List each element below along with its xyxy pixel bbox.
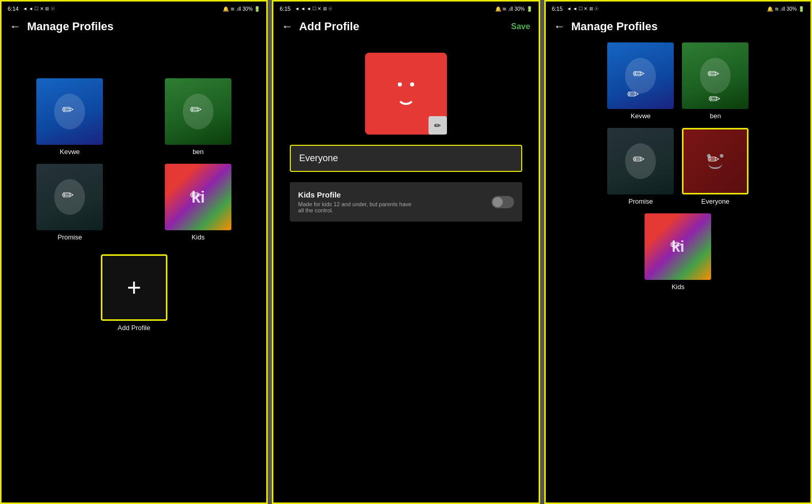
screen-content-p1: ✏ Kevwe ✏ ben — [2, 37, 266, 502]
profile-name-promise: Promise — [57, 233, 82, 241]
top-bar-p1: ← Manage Profiles — [2, 16, 266, 37]
nav-icons-p2: ◄ ◄ ◄ ☐ ✕ ⊞ ☉ — [295, 6, 333, 11]
add-profile-box[interactable]: + — [101, 254, 167, 321]
screen-title-p3: Manage Profiles — [571, 20, 802, 33]
profile-name-input[interactable] — [290, 145, 522, 172]
profile-name-kevwe: Kevwe — [60, 148, 80, 156]
profile-avatar-ben[interactable]: ✏ — [165, 78, 231, 145]
avatar-r3-kids[interactable]: ki ✏ — [645, 213, 711, 280]
avatar-r2-promise[interactable]: ✏ — [607, 128, 674, 194]
name-r2-everyone: Everyone — [701, 198, 730, 205]
avatar-r1-kevwe[interactable]: ✏ — [607, 42, 674, 109]
row3-p3: ki ✏ Kids — [645, 213, 711, 291]
status-time-left-p1: 6:14 ◄ ◄ ☐ ✕ ⊞ ☉ — [8, 6, 55, 12]
edit-r2-promise: ✏ — [607, 128, 672, 192]
smiley-eyes — [398, 82, 414, 86]
avatar-r2-everyone[interactable]: ✏ — [682, 128, 749, 194]
edit-r2-everyone: ✏ — [682, 128, 745, 191]
top-bar-p2: ← Add Profile Save — [273, 16, 538, 37]
battery-p3: 🔔 ≋ .ıll 30% 🔋 — [767, 6, 804, 12]
pencil-r2-everyone: ✏ — [708, 151, 719, 168]
separator-1 — [268, 0, 272, 504]
time-p2: 6:15 — [280, 6, 290, 12]
profile-item-ben[interactable]: ✏ ben — [138, 78, 259, 156]
pencil-icon-kids: ✏ — [190, 187, 202, 204]
panel3-absolute-layout: ✏ Kevwe ✏ ben — [546, 37, 810, 502]
kids-profile-description: Made for kids 12 and under, but parents … — [298, 201, 416, 213]
edit-overlay-promise: ✏ — [36, 164, 101, 228]
kids-profile-section: Kids Profile Made for kids 12 and under,… — [290, 182, 522, 222]
kids-profile-title: Kids Profile — [298, 190, 416, 199]
back-arrow-p3[interactable]: ← — [554, 20, 565, 33]
pencil-r1-ben: ✏ — [708, 65, 719, 82]
back-arrow-p1[interactable]: ← — [10, 20, 21, 33]
profile-item-kevwe[interactable]: ✏ Kevwe — [10, 78, 130, 156]
profile-item-r1-kevwe[interactable]: ✏ Kevwe — [607, 42, 674, 120]
separator-2 — [540, 0, 544, 504]
pencil-icon-avatar: ✏ — [434, 121, 441, 130]
battery-p1: 🔔 ≋ .ıll 30% 🔋 — [223, 6, 260, 12]
profile-item-r2-promise[interactable]: ✏ Promise — [607, 128, 674, 205]
edit-overlay-ben: ✏ — [165, 78, 229, 143]
profile-item-r1-ben[interactable]: ✏ ben — [682, 42, 749, 120]
pencil-r1-kevwe: ✏ — [633, 65, 645, 82]
profile-item-r2-everyone[interactable]: ✏ Everyone — [682, 128, 749, 205]
pencil-r3-kids: ✏ — [670, 236, 682, 253]
time-p3: 6:15 — [552, 6, 563, 12]
panel3-manage-profiles: 6:15 ◄ ◄ ☐ ✕ ⊞ ☉ 🔔 ≋ .ıll 30% 🔋 ← Manage… — [544, 0, 812, 504]
screen-title-p1: Manage Profiles — [27, 20, 258, 33]
save-button[interactable]: Save — [511, 22, 530, 31]
status-right-p3: 🔔 ≋ .ıll 30% 🔋 — [767, 6, 804, 12]
time-p1: 6:14 — [8, 6, 18, 12]
profile-avatar-promise[interactable]: ✏ — [36, 164, 103, 230]
pencil-icon-kevwe: ✏ — [62, 101, 74, 118]
screen-content-p3: ✏ Kevwe — [546, 37, 810, 502]
add-profile-form: ✏ Kids Profile Made for kids 12 and unde… — [282, 48, 530, 227]
panel1-manage-profiles: 6:14 ◄ ◄ ☐ ✕ ⊞ ☉ 🔔 ≋ .ıll 30% 🔋 ← Manage… — [0, 0, 268, 504]
pencil-icon-ben: ✏ — [190, 101, 202, 118]
status-bar-p3: 6:15 ◄ ◄ ☐ ✕ ⊞ ☉ 🔔 ≋ .ıll 30% 🔋 — [546, 2, 810, 16]
row2-p3: ✏ Promise — [607, 128, 749, 205]
screen-title-p2: Add Profile — [299, 20, 505, 33]
add-profile-wrapper: + Add Profile — [10, 249, 258, 332]
name-r1-ben: ben — [710, 112, 721, 120]
row1-p3: ✏ Kevwe ✏ ben — [607, 42, 749, 120]
toggle-knob — [493, 197, 503, 207]
pencil-icon-everyone-p3: ✏ — [709, 91, 720, 107]
kids-profile-toggle[interactable] — [492, 196, 514, 208]
profile-item-kids[interactable]: ki ✏ Kids — [138, 164, 259, 241]
avatar-edit-badge[interactable]: ✏ — [429, 116, 447, 135]
screen-content-p2: ✏ Kids Profile Made for kids 12 and unde… — [273, 37, 538, 502]
edit-overlay-kevwe: ✏ — [36, 78, 101, 143]
profile-grid-p1: ✏ Kevwe ✏ ben — [10, 78, 258, 241]
name-r1-kevwe: Kevwe — [631, 112, 651, 120]
status-right-p1: 🔔 ≋ .ıll 30% 🔋 — [223, 6, 260, 12]
profile-item-r3-kids[interactable]: ki ✏ Kids — [645, 213, 711, 291]
profile-name-kids: Kids — [191, 233, 204, 241]
name-r3-kids: Kids — [672, 283, 685, 291]
status-bar-p2: 6:15 ◄ ◄ ◄ ☐ ✕ ⊞ ☉ 🔔 ≋ .ıll 30% 🔋 — [273, 2, 538, 16]
smiley-mouth — [397, 96, 415, 105]
pencil-r2-promise: ✏ — [633, 151, 645, 168]
battery-p2: 🔔 ≋ .ıll 30% 🔋 — [495, 6, 532, 12]
profile-avatar-kevwe[interactable]: ✏ — [36, 78, 103, 145]
name-r2-promise: Promise — [628, 198, 653, 205]
status-time-left-p3: 6:15 ◄ ◄ ☐ ✕ ⊞ ☉ — [552, 6, 599, 12]
profile-avatar-kids[interactable]: ki ✏ — [165, 164, 231, 230]
add-profile-label: Add Profile — [118, 324, 151, 332]
edit-overlay-kids: ✏ — [165, 164, 229, 228]
avatar-large-container: ✏ — [365, 53, 447, 135]
profile-name-ben: ben — [193, 148, 204, 156]
pencil-icon-promise: ✏ — [62, 187, 74, 204]
left-eye — [398, 82, 402, 86]
profile-item-promise[interactable]: ✏ Promise — [10, 164, 130, 241]
pencil-icon-kevwe-p3: ✏ — [627, 86, 639, 103]
back-arrow-p2[interactable]: ← — [282, 20, 293, 33]
status-time-left-p2: 6:15 ◄ ◄ ◄ ☐ ✕ ⊞ ☉ — [280, 6, 332, 12]
panel2-add-profile: 6:15 ◄ ◄ ◄ ☐ ✕ ⊞ ☉ 🔔 ≋ .ıll 30% 🔋 ← Add … — [272, 0, 540, 504]
plus-icon: + — [127, 275, 141, 300]
nav-icons-p3: ◄ ◄ ☐ ✕ ⊞ ☉ — [567, 6, 599, 11]
add-profile-button[interactable]: + Add Profile — [101, 254, 167, 332]
kids-profile-text: Kids Profile Made for kids 12 and under,… — [298, 190, 416, 213]
edit-r1-kevwe: ✏ — [607, 42, 672, 107]
